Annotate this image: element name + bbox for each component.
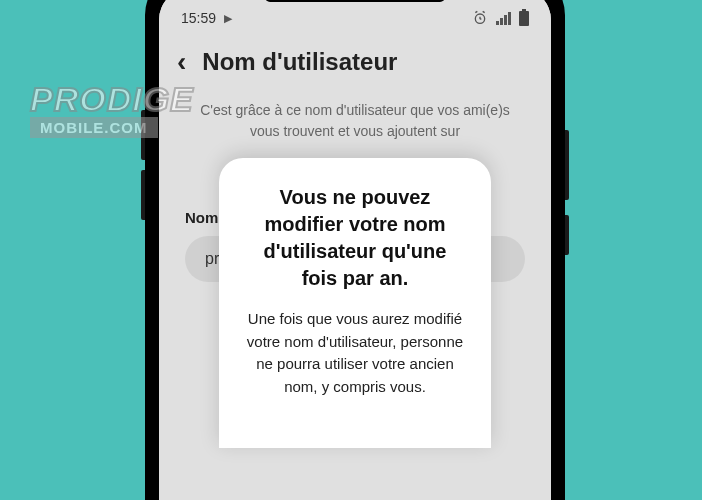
power-button bbox=[565, 130, 569, 200]
phone-notch bbox=[265, 0, 445, 2]
alarm-icon bbox=[472, 10, 488, 26]
page-title: Nom d'utilisateur bbox=[202, 48, 397, 76]
phone-frame: 15:59 ▶ ‹ Nom d'utilisateur C'est grâce bbox=[145, 0, 565, 500]
watermark: PRODIGE MOBILE.COM bbox=[30, 80, 194, 138]
back-button[interactable]: ‹ bbox=[177, 46, 186, 78]
battery-icon bbox=[519, 11, 529, 26]
status-bar: 15:59 ▶ bbox=[159, 0, 551, 34]
signal-icon bbox=[496, 12, 511, 25]
modal-body: Une fois que vous aurez modifié votre no… bbox=[245, 308, 465, 398]
confirmation-modal: Vous ne pouvez modifier votre nom d'util… bbox=[219, 158, 491, 448]
info-line-1: C'est grâce à ce nom d'utilisateur que v… bbox=[185, 100, 525, 142]
page-header: ‹ Nom d'utilisateur bbox=[159, 34, 551, 90]
phone-screen: 15:59 ▶ ‹ Nom d'utilisateur C'est grâce bbox=[159, 0, 551, 500]
volume-down-button bbox=[141, 170, 145, 220]
modal-title: Vous ne pouvez modifier votre nom d'util… bbox=[245, 184, 465, 292]
side-button bbox=[565, 215, 569, 255]
status-time: 15:59 bbox=[181, 10, 216, 26]
watermark-domain: MOBILE.COM bbox=[30, 117, 158, 138]
play-store-icon: ▶ bbox=[224, 12, 232, 25]
watermark-brand: PRODIGE bbox=[30, 80, 194, 119]
